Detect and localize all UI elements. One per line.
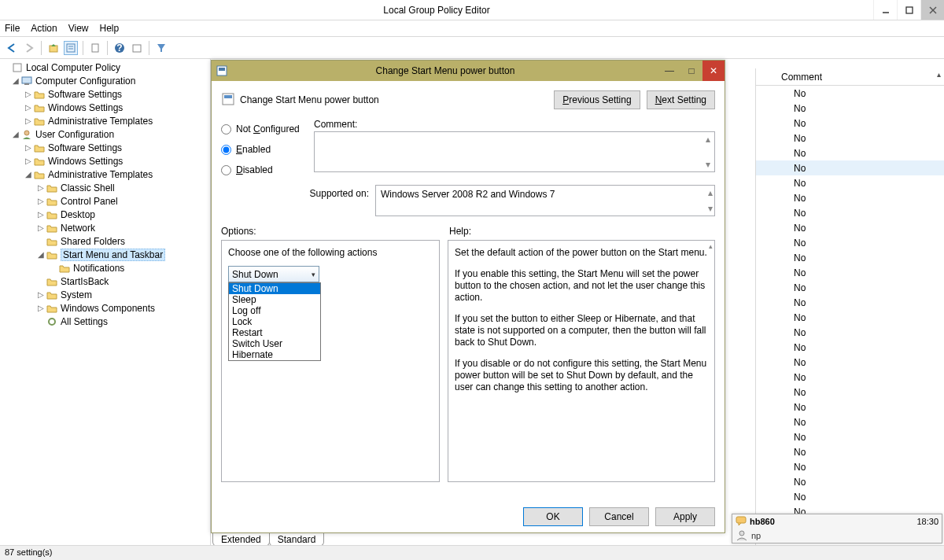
dialog-maximize-button[interactable]: □ [680, 61, 702, 81]
comment-cell[interactable]: No [756, 400, 944, 414]
comment-cell[interactable]: No [756, 190, 944, 205]
svg-rect-20 [224, 95, 232, 98]
apply-button[interactable]: Apply [655, 507, 715, 526]
comment-cell[interactable]: No [756, 265, 944, 280]
menu-help[interactable]: Help [100, 23, 120, 34]
comment-cell[interactable]: No [756, 101, 944, 116]
comment-cell[interactable]: No [756, 310, 944, 325]
comment-cell[interactable]: No [756, 205, 944, 220]
dropdown-option[interactable]: Sleep [229, 294, 320, 305]
comment-cell[interactable]: No [756, 116, 944, 131]
tree-shared-folders[interactable]: Shared Folders [61, 236, 125, 247]
tree-classic-shell[interactable]: Classic Shell [61, 182, 115, 193]
comment-cell[interactable]: No [756, 325, 944, 340]
comment-cell[interactable]: No [756, 429, 944, 444]
comment-cell[interactable]: No [756, 160, 944, 175]
comment-cell[interactable]: No [756, 175, 944, 190]
menu-file[interactable]: File [5, 23, 20, 34]
next-setting-button[interactable]: Next Setting [647, 90, 715, 109]
policy-setting-dialog: Change Start Menu power button — □ ✕ Cha… [211, 60, 725, 533]
comment-cell[interactable]: No [756, 474, 944, 489]
comment-cell[interactable]: No [756, 414, 944, 429]
radio-enabled[interactable]: Enabled [221, 139, 314, 160]
comment-textarea[interactable]: ▴▾ [314, 131, 715, 172]
tree-uc-admin[interactable]: Administrative Templates [48, 169, 153, 180]
cancel-button[interactable]: Cancel [589, 507, 649, 526]
tree-control-panel[interactable]: Control Panel [61, 196, 118, 207]
dialog-title: Change Start Menu power button [232, 65, 658, 76]
comment-cell[interactable]: No [756, 295, 944, 310]
export-icon[interactable] [130, 41, 144, 55]
chat-notification[interactable]: hb860 18:30 np [732, 514, 942, 543]
up-icon[interactable] [46, 41, 61, 55]
tree-start-menu-taskbar[interactable]: Start Menu and Taskbar [61, 249, 165, 261]
tree-all-settings[interactable]: All Settings [61, 316, 108, 327]
scroll-up-icon[interactable]: ▴ [937, 70, 941, 79]
comment-cell[interactable]: No [756, 444, 944, 459]
comment-label: Comment: [314, 119, 715, 130]
dropdown-option[interactable]: Switch User [229, 338, 320, 349]
filter-icon[interactable] [154, 41, 168, 55]
action-dropdown[interactable]: Shut DownSleepLog offLockRestartSwitch U… [228, 282, 321, 361]
ok-button[interactable]: OK [523, 507, 583, 526]
tree-uc-software[interactable]: Software Settings [48, 142, 122, 153]
tree-desktop[interactable]: Desktop [61, 209, 95, 220]
comment-cell[interactable]: No [756, 340, 944, 355]
dropdown-option[interactable]: Restart [229, 327, 320, 338]
dropdown-option[interactable]: Lock [229, 316, 320, 327]
tree-root[interactable]: Local Computer Policy [26, 62, 120, 73]
tree-system[interactable]: System [61, 289, 92, 300]
tree-uc-windows[interactable]: Windows Settings [48, 156, 123, 167]
chevron-down-icon: ▾ [312, 271, 315, 278]
dialog-icon [212, 64, 232, 77]
column-header-comment[interactable]: Comment [756, 68, 944, 86]
previous-setting-button[interactable]: Previous Setting [554, 90, 640, 109]
comment-cell[interactable]: No [756, 146, 944, 160]
dialog-minimize-button[interactable]: — [658, 61, 680, 81]
minimize-button[interactable] [873, 0, 897, 20]
tree-notifications[interactable]: Notifications [73, 263, 124, 274]
menu-action[interactable]: Action [31, 23, 57, 34]
comment-cell[interactable]: No [756, 131, 944, 146]
radio-disabled[interactable]: Disabled [221, 160, 314, 180]
comment-cell[interactable]: No [756, 280, 944, 295]
help-icon[interactable]: ? [112, 41, 127, 55]
radio-not-configured[interactable]: Not Configured [221, 119, 314, 139]
tree-computer-config[interactable]: Computer Configuration [35, 76, 135, 87]
comment-cell[interactable]: No [756, 370, 944, 385]
tree-cc-software[interactable]: Software Settings [48, 89, 122, 100]
tree-user-config[interactable]: User Configuration [35, 129, 114, 140]
policy-tree[interactable]: Local Computer Policy ◢Computer Configur… [0, 59, 211, 545]
settings-icon [46, 316, 58, 327]
menu-view[interactable]: View [68, 23, 89, 34]
user-icon [20, 129, 33, 140]
action-combobox[interactable]: Shut Down ▾ Shut DownSleepLog offLockRes… [228, 266, 319, 282]
help-pane: ▴ Set the default action of the power bu… [448, 240, 715, 482]
close-button[interactable] [920, 0, 944, 20]
dropdown-option[interactable]: Shut Down [229, 283, 320, 294]
tree-windows-components[interactable]: Windows Components [61, 303, 155, 314]
svg-rect-8 [92, 44, 98, 52]
comment-cell[interactable]: No [756, 235, 944, 250]
tree-network[interactable]: Network [61, 223, 95, 234]
comment-cell[interactable]: No [756, 250, 944, 265]
forward-icon[interactable] [22, 41, 36, 55]
dialog-close-button[interactable]: ✕ [702, 61, 725, 81]
dropdown-option[interactable]: Log off [229, 305, 320, 316]
maximize-button[interactable] [897, 0, 920, 20]
dropdown-option[interactable]: Hibernate [229, 349, 320, 360]
tree-startisback[interactable]: StartIsBack [61, 276, 109, 287]
tree-cc-admin[interactable]: Administrative Templates [48, 116, 153, 127]
comment-cell[interactable]: No [756, 385, 944, 400]
tree-cc-windows[interactable]: Windows Settings [48, 102, 123, 113]
comment-cell[interactable]: No [756, 489, 944, 504]
refresh-icon[interactable] [88, 41, 102, 55]
svg-rect-4 [50, 46, 57, 52]
options-pane: Choose one of the following actions Shut… [221, 240, 440, 482]
back-icon[interactable] [5, 41, 19, 55]
comment-cell[interactable]: No [756, 459, 944, 474]
comment-cell[interactable]: No [756, 220, 944, 235]
comment-cell[interactable]: No [756, 355, 944, 370]
details-icon[interactable] [64, 41, 78, 55]
comment-cell[interactable]: No [756, 86, 944, 101]
